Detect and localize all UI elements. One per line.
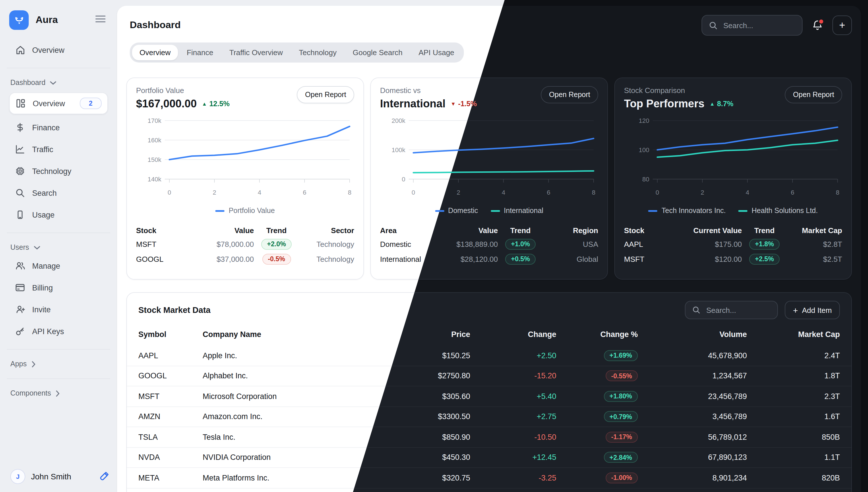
svg-text:140k: 140k: [148, 176, 162, 183]
svg-text:8: 8: [836, 189, 839, 196]
tab-finance[interactable]: Finance: [179, 45, 221, 60]
grid-icon: [16, 99, 26, 108]
notification-dot: [818, 18, 824, 25]
change-pct-pill: +1.80%: [604, 391, 638, 402]
chevron-down-icon: [33, 245, 40, 249]
sidebar-item-technology[interactable]: Technology: [9, 160, 108, 182]
brand-name: Aura: [35, 14, 93, 26]
sidebar-item-traffic[interactable]: Traffic: [9, 138, 108, 160]
global-search-input[interactable]: [701, 15, 802, 35]
cell-volume: 23,456,789: [638, 392, 747, 401]
cell-market-cap: 2.3T: [747, 392, 840, 401]
column-header: Current Value: [674, 226, 742, 235]
svg-text:150k: 150k: [148, 156, 162, 163]
table-search-field[interactable]: [705, 305, 770, 315]
cell-symbol: NVDA: [138, 453, 203, 462]
sidebar-item-label: Finance: [32, 123, 60, 132]
card-table: Stock Value Trend Sector MSFT $78,000.00…: [136, 224, 354, 266]
sidebar-item-label: API Keys: [32, 327, 64, 336]
tab-overview[interactable]: Overview: [132, 45, 178, 60]
sidebar-link-apps[interactable]: Apps: [9, 356, 108, 371]
legend-label: Tech Innovators Inc.: [662, 207, 726, 215]
group-label-text: Apps: [10, 360, 27, 368]
cell-market-cap: 1.8T: [747, 372, 840, 380]
sidebar-item-api-keys[interactable]: API Keys: [9, 320, 108, 342]
svg-text:2: 2: [213, 189, 216, 196]
card-label: Domestic vs: [380, 86, 477, 95]
svg-text:0: 0: [655, 189, 659, 196]
chart-legend: Tech Innovators Inc. Health Solutions Lt…: [624, 205, 842, 216]
svg-text:6: 6: [547, 189, 550, 196]
open-report-button[interactable]: Open Report: [785, 86, 842, 103]
column-header-change-pct: Change %: [556, 330, 638, 339]
open-report-button[interactable]: Open Report: [297, 86, 354, 103]
sidebar-item-overview-dashboard[interactable]: Overview 2: [9, 93, 108, 114]
home-icon: [15, 45, 25, 55]
change-pct-pill: +0.79%: [604, 411, 638, 422]
cell-symbol: META: [138, 474, 203, 482]
users-icon: [15, 261, 25, 270]
sidebar-item-overview[interactable]: Overview: [9, 39, 108, 61]
svg-text:200k: 200k: [392, 117, 405, 124]
sidebar-item-finance[interactable]: Finance: [9, 117, 108, 138]
table-row: GOOGL $37,000.00 -0.5% Technology: [136, 251, 354, 266]
svg-text:170k: 170k: [148, 117, 162, 124]
group-label-text: Users: [10, 243, 29, 251]
svg-text:100k: 100k: [392, 146, 405, 153]
cell-change: -10.50: [470, 433, 556, 441]
avatar: J: [10, 469, 25, 484]
dollar-icon: [15, 123, 25, 132]
tab-technology[interactable]: Technology: [291, 45, 344, 60]
cell-change: -15.20: [470, 372, 556, 380]
delta-badge: ▲12.5%: [202, 100, 230, 108]
cell-company: Amazon.com Inc.: [203, 413, 396, 421]
svg-text:0: 0: [402, 176, 405, 183]
chart-legend: Portfolio Value: [136, 205, 354, 216]
user-plus-icon: [15, 305, 25, 314]
user-menu[interactable]: J John Smith: [10, 469, 109, 484]
sidebar-item-invite[interactable]: Invite: [9, 298, 108, 320]
card-label: Stock Comparison: [624, 86, 734, 95]
tab-bar: Overview Finance Traffic Overview Techno…: [130, 43, 464, 63]
card-label: Portfolio Value: [136, 86, 230, 95]
sidebar-item-label: Technology: [32, 167, 72, 175]
overview-badge: 2: [80, 98, 102, 109]
cell-volume: 1,234,567: [638, 372, 747, 380]
column-header-change: Change: [470, 330, 556, 339]
sidebar-item-manage[interactable]: Manage: [9, 255, 108, 277]
table-search-input[interactable]: [685, 301, 778, 319]
market-title: Stock Market Data: [138, 305, 210, 315]
column-header: Value: [430, 226, 498, 235]
market-actions: + Add Item: [685, 301, 840, 319]
add-item-button[interactable]: + Add Item: [785, 301, 840, 319]
table-row: AAPL $175.00 +1.8% $2.8T: [624, 237, 842, 251]
create-new-button[interactable]: +: [833, 16, 852, 35]
sidebar-item-search[interactable]: Search: [9, 182, 108, 204]
cell-price: $320.75: [396, 474, 470, 482]
notifications-bell-icon[interactable]: [811, 18, 824, 32]
cell-volume: 3,456,789: [638, 413, 747, 421]
theme-brush-icon[interactable]: [99, 471, 109, 482]
card-value: $167,000.00: [136, 98, 197, 110]
open-report-button[interactable]: Open Report: [541, 86, 598, 103]
svg-text:2: 2: [701, 189, 704, 196]
sidebar-link-components[interactable]: Components: [9, 386, 108, 401]
card-value: International: [380, 98, 445, 110]
tab-api-usage[interactable]: API Usage: [411, 45, 462, 60]
menu-icon[interactable]: [93, 13, 108, 28]
chevron-right-icon: [31, 361, 35, 367]
trend-pill: +2.0%: [261, 239, 292, 249]
sidebar-group-users[interactable]: Users: [9, 240, 108, 255]
sidebar-item-billing[interactable]: Billing: [9, 277, 108, 298]
cell-company: Alphabet Inc.: [203, 372, 396, 380]
sidebar-group-dashboard[interactable]: Dashboard: [9, 75, 108, 90]
cell-price: $305.60: [396, 392, 470, 401]
tab-google-search[interactable]: Google Search: [345, 45, 410, 60]
legend-label: International: [504, 207, 543, 215]
triangle-down-icon: ▼: [451, 101, 456, 107]
cell-market-cap: 1.6T: [747, 413, 840, 421]
search-field[interactable]: [722, 20, 795, 30]
sidebar-item-usage[interactable]: Usage: [9, 204, 108, 226]
svg-text:80: 80: [642, 176, 649, 183]
tab-traffic-overview[interactable]: Traffic Overview: [222, 45, 290, 60]
